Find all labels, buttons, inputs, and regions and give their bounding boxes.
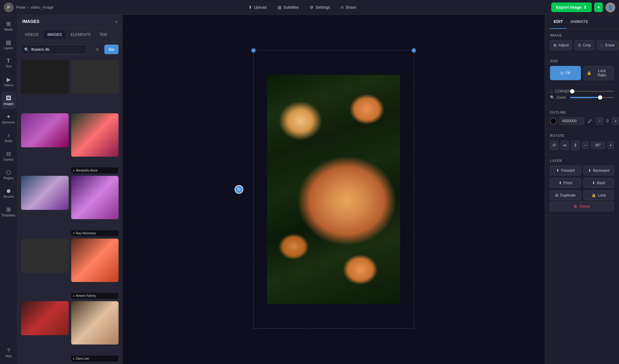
- list-item[interactable]: ● Ray Hennessy: [71, 176, 119, 236]
- tab-animate[interactable]: ANIMATE: [567, 15, 592, 29]
- sidebar-item-record[interactable]: ⏺ Record: [1, 184, 16, 202]
- tab-elements[interactable]: ELEMENTS: [67, 31, 94, 39]
- sidebar-item-plugins-label: Plugins: [3, 176, 14, 180]
- search-input[interactable]: [21, 45, 87, 54]
- resize-handle-top-left[interactable]: [251, 48, 256, 53]
- sidebar-item-templates[interactable]: ⊞ Templates: [1, 203, 16, 220]
- sidebar-item-text[interactable]: T Text: [1, 54, 16, 72]
- canvas-image[interactable]: [267, 75, 400, 304]
- tab-edit[interactable]: EDIT: [550, 15, 567, 29]
- sidebar-item-templates-label: Templates: [2, 214, 16, 217]
- duplicate-icon: ⊞: [555, 193, 558, 197]
- lock-ratio-icon: 🔒: [587, 71, 591, 75]
- flip-h-button[interactable]: ⇔: [561, 141, 569, 150]
- outline-color-swatch[interactable]: [550, 118, 557, 124]
- sidebar-item-text-label: Text: [6, 65, 11, 68]
- lock-label: Lock: [598, 193, 606, 197]
- go-button[interactable]: Go: [104, 45, 119, 54]
- rotate-decrease-button[interactable]: −: [582, 141, 589, 149]
- outline-color-input[interactable]: [559, 117, 584, 125]
- rotate-ccw-button[interactable]: ↺: [550, 141, 558, 150]
- outline-decrease-button[interactable]: −: [596, 117, 603, 125]
- search-clear-button[interactable]: ✕: [96, 47, 99, 52]
- settings-button[interactable]: ⚙ Settings: [307, 4, 332, 11]
- list-item[interactable]: ● Ameen Fahmy: [71, 239, 119, 299]
- sidebar-item-elements-label: Elements: [2, 121, 15, 124]
- panel-close-button[interactable]: ‹: [115, 19, 117, 24]
- profile-avatar[interactable]: 👤: [605, 2, 615, 12]
- rotate-increase-button[interactable]: +: [608, 141, 614, 149]
- backward-button[interactable]: ⬇ Backward: [583, 166, 614, 176]
- back-icon: ⬇: [592, 181, 595, 185]
- lock-ratio-button[interactable]: 🔒 Lock Ratio: [583, 66, 614, 80]
- forward-label: Forward: [561, 168, 575, 173]
- list-item[interactable]: [21, 301, 69, 362]
- resize-handle-top-right[interactable]: [412, 48, 416, 53]
- delete-button[interactable]: 🗑 Delete: [550, 202, 614, 211]
- share-icon: ⎋: [341, 5, 344, 10]
- list-item[interactable]: ● Zane Lee: [71, 301, 119, 362]
- crop-button[interactable]: ⊡ Crop: [574, 40, 594, 50]
- share-button[interactable]: ⎋ Share: [339, 4, 359, 11]
- export-dropdown-button[interactable]: ▾: [594, 2, 603, 12]
- corners-slider[interactable]: [570, 91, 614, 92]
- front-label: Front: [564, 181, 572, 185]
- image-section-label: IMAGE: [550, 33, 614, 37]
- adjust-button[interactable]: ⊞ Adjust: [550, 40, 572, 50]
- duplicate-label: Duplicate: [560, 193, 576, 197]
- sidebar-item-videos[interactable]: ▶ Videos: [1, 73, 16, 90]
- sidebar-item-images-label: Images: [3, 102, 14, 106]
- list-item[interactable]: [21, 176, 69, 236]
- lock-button[interactable]: 🔒 Lock: [583, 190, 614, 200]
- search-wrapper: 🔍 ✕: [21, 45, 102, 54]
- sidebar-item-media[interactable]: ⊞ Media: [1, 17, 16, 35]
- forward-button[interactable]: ⬆ Forward: [550, 166, 581, 176]
- upload-label: Upload: [254, 5, 266, 10]
- erase-button[interactable]: ◌ Erase: [597, 40, 618, 50]
- zoom-slider[interactable]: [570, 97, 614, 98]
- sidebar-item-images[interactable]: 🖼 Images: [1, 92, 16, 109]
- text-icon: T: [7, 58, 10, 63]
- subtitles-button[interactable]: ▤ Subtitles: [275, 4, 301, 11]
- sidebar-item-layers[interactable]: ▤ Layers: [1, 36, 16, 53]
- sidebar-item-plugins[interactable]: ⬡ Plugins: [1, 166, 16, 183]
- canvas-frame: [253, 50, 414, 329]
- sidebar-item-videos-label: Videos: [4, 84, 13, 87]
- tab-tem[interactable]: TEM: [96, 31, 111, 39]
- breadcrumb-project[interactable]: video_image: [31, 5, 54, 10]
- sidebar-item-scenes-label: Scenes: [3, 158, 14, 161]
- tab-videos[interactable]: VIDEOS: [21, 31, 42, 39]
- sidebar-item-help[interactable]: ? Help: [1, 344, 16, 362]
- credit-name: Ray Hennessy: [76, 232, 96, 235]
- share-label: Share: [345, 5, 356, 10]
- list-item[interactable]: [21, 60, 69, 111]
- export-button[interactable]: Export Image ⬆: [551, 2, 592, 12]
- list-item[interactable]: [71, 60, 119, 111]
- rotate-handle[interactable]: ↻: [235, 185, 243, 194]
- upload-button[interactable]: ⬆ Upload: [246, 4, 269, 11]
- lock-ratio-label: Lock Ratio: [593, 69, 611, 77]
- outline-increase-button[interactable]: +: [612, 117, 619, 125]
- breadcrumb-user[interactable]: Peter: [16, 5, 26, 10]
- back-button[interactable]: ⬇ Back: [583, 178, 614, 188]
- sidebar-item-audio[interactable]: ♪ Audio: [1, 129, 16, 146]
- list-item[interactable]: [21, 113, 69, 174]
- list-item[interactable]: ● Alexandru Acea: [71, 113, 119, 174]
- sidebar-item-media-label: Media: [4, 28, 13, 31]
- front-button[interactable]: ⬆ Front: [550, 178, 581, 188]
- sidebar-item-elements[interactable]: ✦ Elements: [1, 110, 16, 128]
- list-item[interactable]: [21, 239, 69, 299]
- sidebar-item-scenes[interactable]: ⊟ Scenes: [1, 147, 16, 165]
- erase-icon: ◌: [600, 43, 603, 47]
- flip-v-button[interactable]: ⇕: [571, 141, 580, 150]
- erase-label: Erase: [605, 43, 615, 47]
- left-sidebar: ⊞ Media ▤ Layers T Text ▶ Videos 🖼 Image…: [0, 15, 17, 364]
- eyedropper-button[interactable]: 🖉: [587, 117, 593, 125]
- zoom-label: 🔍 Zoom: [550, 95, 567, 100]
- fill-button[interactable]: ⊡ Fill: [550, 66, 581, 80]
- duplicate-button[interactable]: ⊞ Duplicate: [550, 190, 581, 200]
- back-label: Back: [597, 181, 605, 185]
- tab-images[interactable]: IMAGES: [44, 31, 66, 39]
- templates-icon: ⊞: [6, 207, 11, 212]
- breadcrumb: Peter › video_image: [16, 5, 54, 10]
